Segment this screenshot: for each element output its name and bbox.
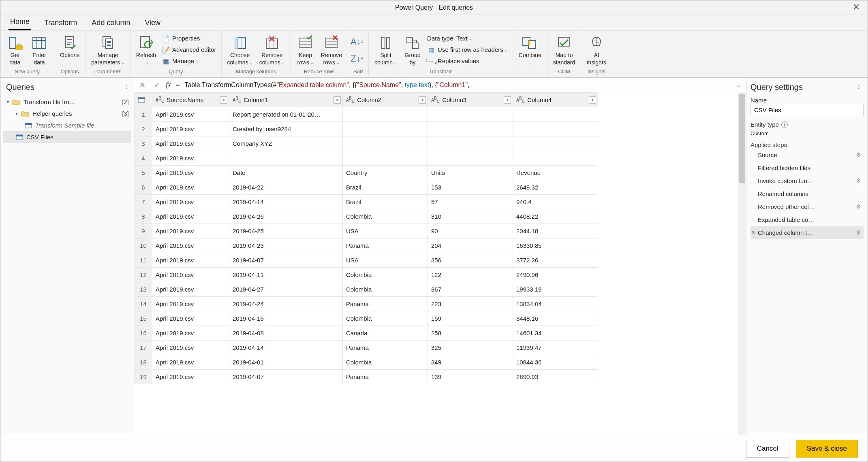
- column-header[interactable]: ABCColumn1▾: [229, 93, 343, 107]
- filter-button[interactable]: ▾: [504, 96, 511, 104]
- cell[interactable]: 2019-04-01: [229, 355, 343, 370]
- row-number[interactable]: 4: [135, 151, 152, 166]
- cell[interactable]: Colombia: [343, 268, 428, 282]
- cell[interactable]: April 2019.csv: [152, 311, 229, 326]
- cell[interactable]: Country: [343, 166, 428, 180]
- cell[interactable]: April 2019.csv: [152, 151, 229, 166]
- collapse-settings-icon[interactable]: 〉: [857, 83, 864, 92]
- cell[interactable]: 2019-04-11: [229, 268, 343, 282]
- cell[interactable]: April 2019.csv: [152, 195, 229, 209]
- cell[interactable]: April 2019.csv: [152, 224, 229, 238]
- table-row[interactable]: 10April 2019.csv2019-04-23Panama20416330…: [135, 238, 598, 253]
- cell[interactable]: Date: [229, 166, 343, 180]
- table-row[interactable]: 2April 2019.csvCreated by: user9284: [135, 122, 598, 136]
- cell[interactable]: 139: [428, 370, 513, 384]
- cell[interactable]: 2019-04-07: [229, 253, 343, 268]
- row-number[interactable]: 12: [135, 268, 152, 282]
- remove-columns-button[interactable]: Remove columns⌄: [256, 32, 288, 68]
- cell[interactable]: [343, 151, 428, 166]
- cell[interactable]: Colombia: [343, 311, 428, 326]
- query-item[interactable]: Transform Sample file: [3, 119, 131, 131]
- cell[interactable]: Report generated on 01-01-20…: [229, 107, 343, 122]
- column-header[interactable]: ABCSource.Name▾: [152, 93, 229, 107]
- filter-button[interactable]: ▾: [334, 96, 341, 104]
- menu-tab-view[interactable]: View: [143, 16, 162, 30]
- cell[interactable]: 90: [428, 224, 513, 238]
- cell[interactable]: [343, 136, 428, 151]
- table-row[interactable]: 8April 2019.csv2019-04-26Colombia3104408…: [135, 209, 598, 224]
- cell[interactable]: 10844.36: [513, 355, 598, 370]
- applied-step[interactable]: Expanded table co…: [750, 213, 864, 226]
- cancel-button[interactable]: Cancel: [746, 440, 789, 458]
- info-icon[interactable]: i: [781, 121, 788, 128]
- cell[interactable]: 122: [428, 268, 513, 282]
- menu-tab-transform[interactable]: Transform: [43, 16, 79, 30]
- table-row[interactable]: 18April 2019.csv2019-04-01Colombia349108…: [135, 355, 598, 370]
- table-row[interactable]: 12April 2019.csv2019-04-11Colombia122249…: [135, 268, 598, 282]
- refresh-button[interactable]: Refresh⌄: [133, 32, 159, 68]
- cell[interactable]: 204: [428, 238, 513, 253]
- column-header[interactable]: ABCColumn4▾: [513, 93, 598, 107]
- cell[interactable]: April 2019.csv: [152, 122, 229, 136]
- row-number[interactable]: 10: [135, 238, 152, 253]
- cell[interactable]: April 2019.csv: [152, 209, 229, 224]
- cell[interactable]: 2019-04-14: [229, 341, 343, 355]
- query-item[interactable]: CSV Files: [3, 131, 131, 143]
- cell[interactable]: 2019-04-23: [229, 238, 343, 253]
- cell[interactable]: Panama: [343, 297, 428, 311]
- cell[interactable]: USA: [343, 224, 428, 238]
- cell[interactable]: 356: [428, 253, 513, 268]
- applied-step[interactable]: Filtered hidden files: [750, 161, 864, 174]
- cell[interactable]: 2490.96: [513, 268, 598, 282]
- cell[interactable]: [428, 107, 513, 122]
- accept-formula-icon[interactable]: ✓: [151, 80, 162, 90]
- cell[interactable]: 367: [428, 282, 513, 297]
- group-by-button[interactable]: Group by: [400, 32, 425, 68]
- row-number[interactable]: 7: [135, 195, 152, 209]
- sort-asc-button[interactable]: A↓Z: [351, 33, 366, 50]
- table-row[interactable]: 17April 2019.csv2019-04-14Panama32511939…: [135, 341, 598, 355]
- gear-icon[interactable]: ⚙: [856, 229, 861, 236]
- cell[interactable]: April 2019.csv: [152, 370, 229, 384]
- cell[interactable]: April 2019.csv: [152, 282, 229, 297]
- cell[interactable]: Colombia: [343, 209, 428, 224]
- row-number[interactable]: 11: [135, 253, 152, 268]
- cell[interactable]: 16330.85: [513, 238, 598, 253]
- row-number[interactable]: 5: [135, 166, 152, 180]
- combine-button[interactable]: Combine⌄: [515, 32, 545, 74]
- cell[interactable]: 3772.26: [513, 253, 598, 268]
- cell[interactable]: [428, 151, 513, 166]
- cell[interactable]: 2019-04-22: [229, 180, 343, 195]
- cell[interactable]: [513, 151, 598, 166]
- cell[interactable]: [513, 122, 598, 136]
- filter-button[interactable]: ▾: [220, 96, 227, 104]
- table-row[interactable]: 9April 2019.csv2019-04-25USA902044.18: [135, 224, 598, 238]
- row-number[interactable]: 3: [135, 136, 152, 151]
- cell[interactable]: 223: [428, 297, 513, 311]
- row-number[interactable]: 8: [135, 209, 152, 224]
- data-type-button[interactable]: Data type: Text ⌄: [425, 33, 510, 45]
- table-row[interactable]: 3April 2019.csvCompany XYZ: [135, 136, 598, 151]
- cell[interactable]: 57: [428, 195, 513, 209]
- row-number[interactable]: 16: [135, 326, 152, 341]
- select-all-cell[interactable]: [135, 93, 152, 107]
- map-to-standard-button[interactable]: Map to standard: [550, 32, 578, 68]
- table-row[interactable]: 15April 2019.csv2019-04-16Colombia159344…: [135, 311, 598, 326]
- close-icon[interactable]: ✕: [848, 2, 864, 13]
- cell[interactable]: 13834.04: [513, 297, 598, 311]
- cell[interactable]: April 2019.csv: [152, 136, 229, 151]
- cell[interactable]: 2019-04-27: [229, 282, 343, 297]
- gear-icon[interactable]: ⚙: [856, 151, 861, 158]
- data-grid[interactable]: ABCSource.Name▾ABCColumn1▾ABCColumn2▾ABC…: [134, 92, 738, 435]
- use-first-row-button[interactable]: ▦Use first row as headers ⌄: [425, 45, 510, 56]
- cell[interactable]: 2019-04-14: [229, 195, 343, 209]
- cell[interactable]: USA: [343, 253, 428, 268]
- cell[interactable]: 19933.19: [513, 282, 598, 297]
- row-number[interactable]: 1: [135, 107, 152, 122]
- row-number[interactable]: 2: [135, 122, 152, 136]
- filter-button[interactable]: ▾: [419, 96, 426, 104]
- scrollbar-thumb[interactable]: [739, 94, 745, 183]
- row-number[interactable]: 14: [135, 297, 152, 311]
- gear-icon[interactable]: ⚙: [856, 177, 861, 184]
- formula-text[interactable]: Table.TransformColumnTypes(#"Expanded ta…: [184, 81, 731, 89]
